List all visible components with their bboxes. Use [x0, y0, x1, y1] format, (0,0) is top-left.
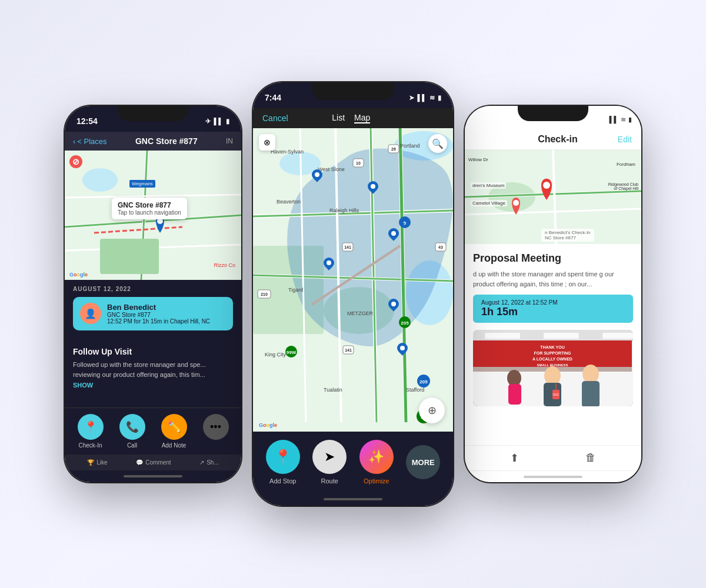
comment-button[interactable]: 💬 Comment	[136, 459, 171, 466]
center-map-svg: 5 205 99W 141 141 205 15 10	[253, 128, 453, 432]
right-map-label: n Benedict's Check-InNC Store #877	[541, 229, 594, 242]
svg-text:FOR SUPPORTING: FOR SUPPORTING	[534, 351, 571, 355]
battery-right-icon: ▮	[628, 116, 632, 123]
right-map[interactable]: n Benedict's Check-InNC Store #877 Willo…	[465, 150, 641, 244]
route-button[interactable]: ➤ Route	[312, 440, 347, 485]
note-title: Follow Up Visit	[73, 347, 233, 356]
home-bar-right	[524, 476, 582, 478]
center-map[interactable]: 5 205 99W 141 141 205 15 10	[253, 128, 453, 432]
status-icons-left: ✈ ▌▌ ▮	[205, 118, 229, 125]
back-button[interactable]: ‹ < Places	[73, 137, 107, 146]
share-button[interactable]: ↗ Sh...	[199, 459, 219, 466]
center-nav: Cancel List Map	[253, 108, 453, 128]
checkin-duration: 1h 15m	[481, 306, 625, 318]
svg-text:10: 10	[356, 161, 361, 165]
cancel-button[interactable]: Cancel	[262, 113, 288, 123]
signal-center-icon: ▌▌	[417, 94, 427, 101]
right-nav: Check-in Edit	[465, 129, 641, 150]
wifi-right-icon: ≋	[621, 116, 626, 123]
svg-text:5: 5	[404, 220, 407, 226]
label-portland: Portland	[400, 143, 420, 149]
like-icon: 🏆	[87, 459, 94, 466]
svg-point-77	[582, 365, 599, 383]
location-button[interactable]: ⊕	[419, 397, 445, 423]
map-pin-3[interactable]	[388, 228, 399, 241]
ridgewood-label: Ridgewood Clubof Chapel Hill	[608, 182, 638, 191]
optimize-label: Optimize	[364, 477, 389, 485]
call-button[interactable]: 📞 Call	[119, 414, 145, 449]
willow-dr-label: Willow Dr	[468, 157, 488, 162]
time-left: 12:54	[76, 116, 98, 126]
left-nav-bar: ‹ < Places GNC Store #877 IN	[65, 132, 241, 151]
label-beaverton: Beaverton	[277, 199, 301, 205]
add-note-button[interactable]: ✏️ Add Note	[161, 414, 187, 449]
map-pin-2[interactable]	[368, 181, 378, 194]
status-icons-right: ▌▌ ≋ ▮	[609, 116, 632, 123]
map-pin-1[interactable]	[312, 169, 322, 182]
route-icon: ➤	[312, 440, 347, 474]
label-king-city: King City	[265, 352, 286, 358]
map-pin-4[interactable]	[324, 258, 334, 270]
add-stop-icon: 📍	[266, 440, 300, 474]
activity-name: Ben Benedict	[107, 303, 210, 312]
status-icons-center: ➤ ▌▌ ≋ ▮	[409, 94, 441, 102]
map-pin-6[interactable]	[397, 343, 408, 356]
map-pin-5[interactable]	[388, 299, 399, 312]
delete-button-right[interactable]: 🗑	[585, 452, 596, 465]
add-note-label: Add Note	[162, 442, 187, 449]
label-haven-sylvan: Haven-Sylvan	[271, 149, 304, 155]
svg-rect-9	[100, 239, 159, 274]
label-metzger: METZGER	[347, 310, 373, 316]
map-tooltip: GNC Store #877 Tap to launch navigation	[112, 198, 187, 219]
map-area-left[interactable]: GNC Store #877 Tap to launch navigation …	[65, 151, 241, 280]
tab-map[interactable]: Map	[354, 113, 370, 123]
tooltip-store: GNC Store #877	[118, 201, 181, 209]
childrens-museum-label: dren's Museum	[471, 182, 506, 189]
photo-svg: THANK YOU FOR SUPPORTING A LOCALLY OWNED…	[473, 330, 633, 406]
add-note-icon: ✏️	[161, 414, 187, 440]
edit-button[interactable]: Edit	[618, 135, 632, 144]
optimize-icon: ✨	[359, 440, 394, 474]
nav-tabs: List Map	[332, 113, 370, 123]
search-icon[interactable]: 🔍	[428, 134, 447, 153]
show-more[interactable]: SHOW	[73, 382, 233, 389]
activity-card[interactable]: 👤 Ben Benedict GNC Store #877 12:52 PM f…	[73, 297, 233, 330]
battery-center-icon: ▮	[438, 94, 441, 102]
more-button-center[interactable]: MORE	[406, 445, 440, 479]
tooltip-tap: Tap to launch navigation	[118, 209, 181, 216]
nav-right-left: IN	[226, 137, 233, 145]
wifi-center-icon: ≋	[429, 94, 435, 102]
share-icon: ↗	[199, 459, 204, 466]
add-stop-label: Add Stop	[269, 477, 296, 485]
home-bar	[124, 475, 182, 477]
time-badge: August 12, 2022 at 12:52 PM 1h 15m	[473, 295, 633, 323]
add-stop-button[interactable]: 📍 Add Stop	[266, 440, 300, 485]
like-button[interactable]: 🏆 Like	[87, 459, 107, 466]
rizzo-text: Rizzo Co	[214, 262, 235, 268]
more-button-left[interactable]: •••	[203, 414, 229, 449]
more-icon-left: •••	[203, 414, 229, 440]
svg-rect-78	[582, 381, 600, 406]
left-social-bar: 🏆 Like 💬 Comment ↗ Sh...	[65, 455, 241, 470]
home-bar-center	[324, 498, 382, 500]
svg-text:205: 205	[419, 379, 428, 385]
checkin-button[interactable]: 📍 Check-In	[78, 414, 104, 449]
optimize-button[interactable]: ✨ Optimize	[359, 440, 394, 485]
right-content: Proposal Meeting d up with the store man…	[465, 244, 641, 445]
filter-icon[interactable]: ⊗	[259, 134, 275, 151]
time-center: 7:44	[265, 93, 281, 102]
svg-text:141: 141	[345, 348, 352, 352]
svg-point-57	[513, 200, 519, 206]
svg-text:GNC: GNC	[552, 393, 560, 396]
location-icon: ✈	[205, 118, 211, 125]
share-button-right[interactable]: ⬆	[510, 452, 519, 465]
call-label: Call	[127, 442, 137, 449]
tab-list[interactable]: List	[332, 113, 345, 123]
activity-store: GNC Store #877	[107, 312, 210, 318]
left-bottom-bar: 📍 Check-In 📞 Call ✏️ Add Note •••	[65, 407, 241, 455]
call-icon: 📞	[119, 414, 145, 440]
center-bottom-bar: 📍 Add Stop ➤ Route ✨ Optimize MORE	[253, 432, 453, 493]
google-logo-left: Google	[69, 272, 88, 278]
svg-point-56	[543, 182, 550, 189]
svg-text:A LOCALLY OWNED: A LOCALLY OWNED	[532, 357, 572, 361]
